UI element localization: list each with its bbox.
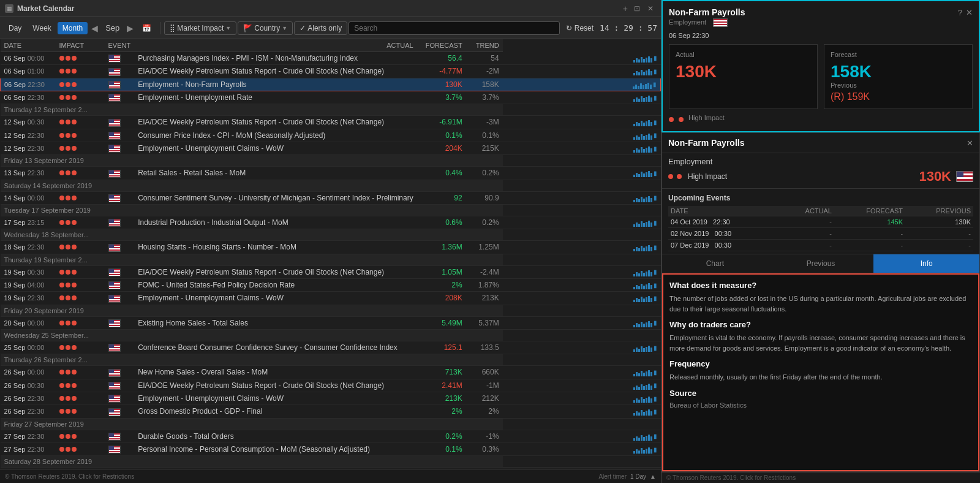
table-row[interactable]: 12 Sep 22:30Consumer Price Index - CPI -…: [1, 129, 661, 142]
table-row[interactable]: 12 Sep 22:30Employment - Unemployment Cl…: [1, 142, 661, 154]
day-button[interactable]: Day: [4, 22, 26, 34]
second-panel-close-button[interactable]: ✕: [967, 139, 973, 148]
bar-icon: ⣿: [170, 24, 175, 32]
table-row[interactable]: 14 Sep 00:00Consumer Sentiment Survey - …: [1, 191, 661, 204]
table-row[interactable]: 06 Sep 22:30Employment - Unemployment Ra…: [1, 91, 661, 104]
cell-date: 27 Sep 22:30: [1, 443, 56, 455]
chart-tab[interactable]: Chart: [662, 254, 768, 273]
impact-dot: [59, 370, 64, 375]
month-button[interactable]: Month: [58, 22, 88, 34]
next-month-button[interactable]: ▶: [124, 22, 136, 34]
cell-date: 26 Sep 22:30: [1, 392, 56, 405]
table-row[interactable]: 27 Sep 22:30Personal Income - Personal C…: [1, 443, 661, 455]
table-row[interactable]: 26 Sep 00:00New Home Sales - Overall Sal…: [1, 366, 661, 379]
trend-bar-segment: [648, 96, 650, 102]
second-panel-value-row: 130K: [919, 169, 973, 184]
detail-close-button[interactable]: ✕: [966, 8, 973, 17]
cell-event: Existing Home Sales - Total Sales: [134, 316, 417, 329]
window-controls: ⊡ ✕: [631, 3, 656, 14]
trend-bar-segment: [636, 148, 638, 153]
trend-bar-segment: [641, 221, 643, 227]
cell-date: 06 Sep 22:30: [1, 78, 56, 91]
trend-bar-segment: [643, 223, 645, 227]
detail-previous-value: (R) 159K: [831, 91, 966, 102]
country-dropdown[interactable]: 🚩 Country ▼: [238, 21, 293, 35]
search-input[interactable]: [349, 21, 559, 35]
trend-bar-segment: [636, 71, 638, 75]
table-row[interactable]: 26 Sep 22:30Gross Domestic Product - GDP…: [1, 405, 661, 418]
trend-arrow-icon: ▮: [653, 81, 657, 88]
country-flag: [108, 94, 121, 102]
trend-bar-segment: [648, 435, 650, 441]
second-panel-impact-left: High Impact: [668, 172, 727, 181]
table-row[interactable]: 06 Sep 01:00EIA/DOE Weekly Petroleum Sta…: [1, 65, 661, 78]
table-row[interactable]: 06 Sep 00:00Purchasing Managers Index - …: [1, 52, 661, 65]
table-row[interactable]: 26 Sep 00:30EIA/DOE Weekly Petroleum Sta…: [1, 379, 661, 392]
week-button[interactable]: Week: [28, 22, 56, 34]
prev-month-button[interactable]: ◀: [89, 22, 100, 34]
upcoming-cell-forecast: -: [834, 240, 905, 251]
trend-bar-segment: [636, 173, 638, 177]
trend-bar-segment: [646, 347, 647, 352]
info-tab[interactable]: Info: [873, 254, 979, 273]
impact-dot: [59, 447, 64, 452]
trend-bar-segment: [638, 349, 640, 352]
table-row[interactable]: 25 Sep 00:00Conference Board Consumer Co…: [1, 341, 661, 354]
trend-bar-segment: [650, 247, 652, 251]
cell-actual: 204K: [417, 142, 466, 154]
table-row[interactable]: 12 Sep 00:30EIA/DOE Weekly Petroleum Sta…: [1, 116, 661, 129]
impact-dot: [66, 170, 70, 175]
detail-card-controls: ? ✕: [958, 8, 973, 17]
table-row[interactable]: 19 Sep 00:30EIA/DOE Weekly Petroleum Sta…: [1, 265, 661, 278]
upcoming-row: 02 Nov 2019 00:30 - - -: [668, 228, 973, 240]
upcoming-col-forecast: FORECAST: [834, 206, 905, 216]
country-flag: [108, 344, 121, 352]
table-group-header: Thursday 12 September 2...: [1, 104, 661, 116]
impact-dot: [66, 69, 70, 74]
table-row[interactable]: 17 Sep 23:15Industrial Production - Indu…: [1, 216, 661, 229]
table-row[interactable]: 06 Sep 22:30Employment - Non-Farm Payrol…: [1, 78, 661, 91]
market-impact-dropdown[interactable]: ⣿ Market Impact ▼: [164, 21, 236, 35]
trend-bar-segment: [633, 349, 635, 352]
detail-help-button[interactable]: ?: [958, 8, 962, 17]
cell-trend: ▮: [503, 392, 661, 405]
upcoming-row: 07 Dec 2019 00:30 - - -: [668, 240, 973, 251]
table-row[interactable]: 19 Sep 04:00FOMC - United States-Fed Pol…: [1, 278, 661, 291]
add-tab-button[interactable]: +: [623, 4, 628, 13]
upcoming-table: DATE ACTUAL FORECAST PREVIOUS 04 Oct 201…: [668, 206, 973, 251]
impact-dot: [59, 95, 64, 100]
trend-bar-segment: [650, 173, 652, 177]
reset-button[interactable]: ↻ Reset: [561, 22, 598, 34]
trend-bar-segment: [643, 248, 645, 251]
table-row[interactable]: 18 Sep 22:30Housing Starts - Housing Sta…: [1, 241, 661, 254]
trend-bar-segment: [650, 323, 652, 327]
impact-dot: [66, 383, 70, 388]
calendar-button[interactable]: 📅: [137, 22, 156, 34]
trend-bar-segment: [648, 397, 650, 403]
impact-dot: [66, 295, 70, 300]
table-row[interactable]: 19 Sep 22:30Employment - Unemployment Cl…: [1, 292, 661, 305]
country-flag: [108, 319, 121, 327]
cell-actual: -6.91M: [417, 116, 466, 129]
country-flag: [108, 395, 121, 403]
detail-flag: [713, 18, 728, 27]
second-panel-header: Non-Farm Payrolls ✕: [662, 133, 979, 153]
upcoming-cell-previous: -: [905, 240, 973, 251]
upcoming-row: 04 Oct 2019 22:30 - 145K 130K: [668, 216, 973, 228]
previous-tab[interactable]: Previous: [768, 254, 874, 273]
cell-impact: [56, 216, 105, 229]
cell-event: FOMC - United States-Fed Policy Decision…: [134, 278, 417, 291]
cell-trend: ▮: [503, 116, 661, 129]
restore-button[interactable]: ⊡: [631, 3, 643, 14]
trend-bar-segment: [646, 398, 647, 403]
table-row[interactable]: 26 Sep 22:30Employment - Unemployment Cl…: [1, 392, 661, 405]
trend-arrow-icon: ▮: [654, 395, 657, 402]
alert-day-button[interactable]: 1 Day: [630, 473, 646, 480]
alerts-only-button[interactable]: ✓ Alerts only: [294, 21, 347, 35]
table-row[interactable]: 27 Sep 22:30Durable Goods - Total Orders…: [1, 430, 661, 443]
table-row[interactable]: 20 Sep 00:00Existing Home Sales - Total …: [1, 316, 661, 329]
close-button[interactable]: ✕: [645, 3, 656, 14]
table-row[interactable]: 13 Sep 22:30Retail Sales - Retail Sales …: [1, 167, 661, 180]
impact-dot: [66, 409, 70, 414]
table-group-header: Wednesday 25 September...: [1, 329, 661, 341]
